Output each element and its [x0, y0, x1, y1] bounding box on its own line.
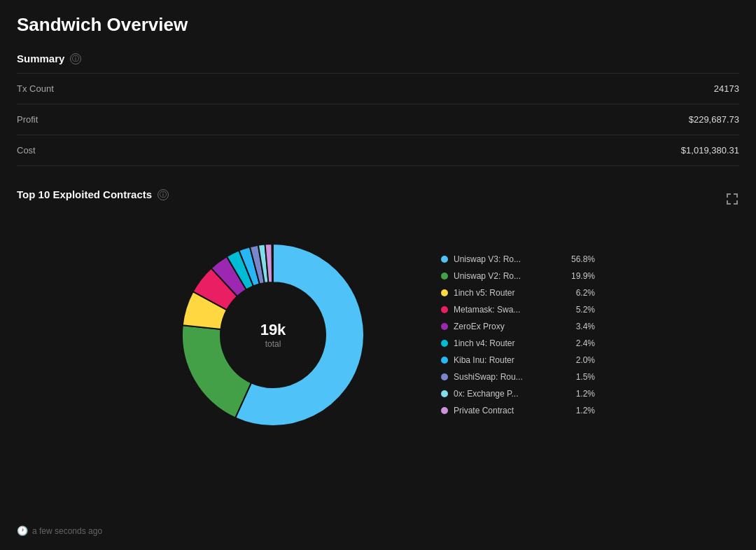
row-value: 24173: [714, 83, 739, 94]
legend-dot: [441, 357, 448, 364]
legend-pct: 6.2%: [576, 288, 595, 298]
legend-pct: 2.0%: [576, 355, 595, 365]
legend-name: Private Contract: [454, 406, 570, 415]
row-value: $229,687.73: [689, 114, 739, 125]
svg-rect-7: [736, 200, 738, 205]
legend-dot: [441, 306, 448, 313]
svg-rect-1: [727, 193, 728, 198]
legend-pct: 19.9%: [571, 271, 595, 281]
legend-name: 1inch v5: Router: [454, 288, 570, 298]
legend-pct: 2.4%: [576, 338, 595, 348]
summary-section: Summary ⓘ Tx Count 24173 Profit $229,687…: [17, 53, 739, 166]
legend-dot: [441, 323, 448, 330]
chart-header-left: Top 10 Exploited Contracts ⓘ: [17, 188, 169, 200]
legend-pct: 1.5%: [576, 372, 595, 382]
summary-rows: Tx Count 24173 Profit $229,687.73 Cost $…: [17, 73, 739, 166]
svg-rect-5: [727, 200, 728, 205]
legend-dot: [441, 256, 448, 263]
legend-item: Kiba Inu: Router 2.0%: [441, 355, 595, 365]
legend-item: 0x: Exchange P... 1.2%: [441, 389, 595, 399]
row-label: Cost: [17, 145, 36, 156]
legend-pct: 3.4%: [576, 322, 595, 331]
svg-rect-3: [736, 193, 738, 198]
legend-pct: 1.2%: [576, 406, 595, 415]
legend-item: Metamask: Swa... 5.2%: [441, 305, 595, 315]
legend-item: Uniswap V3: Ro... 56.8%: [441, 254, 595, 264]
summary-row: Profit $229,687.73: [17, 104, 739, 135]
chart-title: Top 10 Exploited Contracts: [17, 188, 152, 200]
legend-pct: 5.2%: [576, 305, 595, 315]
summary-row: Cost $1,019,380.31: [17, 135, 739, 166]
legend-item: Private Contract 1.2%: [441, 406, 595, 415]
legend-name: Metamask: Swa...: [454, 305, 570, 315]
timestamp: a few seconds ago: [32, 526, 102, 536]
summary-title: Summary: [17, 53, 64, 64]
chart-info-icon[interactable]: ⓘ: [158, 189, 169, 200]
footer: 🕐 a few seconds ago: [17, 525, 102, 536]
legend-item: SushiSwap: Rou... 1.5%: [441, 372, 595, 382]
legend-pct: 56.8%: [571, 254, 595, 264]
legend-dot: [441, 390, 448, 397]
legend-dot: [441, 407, 448, 414]
summary-row: Tx Count 24173: [17, 73, 739, 104]
chart-legend: Uniswap V3: Ro... 56.8% Uniswap V2: Ro..…: [441, 254, 595, 415]
donut-chart: 19k total: [161, 223, 385, 447]
chart-section-header: Top 10 Exploited Contracts ⓘ: [17, 188, 739, 209]
legend-name: 0x: Exchange P...: [454, 389, 570, 399]
legend-item: ZeroEx Proxy 3.4%: [441, 322, 595, 331]
summary-header: Summary ⓘ: [17, 53, 739, 64]
chart-container: 19k total Uniswap V3: Ro... 56.8% Uniswa…: [17, 223, 739, 447]
legend-item: 1inch v5: Router 6.2%: [441, 288, 595, 298]
legend-dot: [441, 373, 448, 380]
row-label: Profit: [17, 114, 38, 125]
row-label: Tx Count: [17, 83, 54, 94]
summary-info-icon[interactable]: ⓘ: [70, 53, 81, 64]
legend-name: SushiSwap: Rou...: [454, 372, 570, 382]
clock-icon: 🕐: [17, 525, 28, 536]
page-title: Sandwich Overview: [17, 14, 739, 36]
legend-pct: 1.2%: [576, 389, 595, 399]
row-value: $1,019,380.31: [681, 145, 739, 156]
legend-dot: [441, 289, 448, 296]
legend-name: 1inch v4: Router: [454, 338, 570, 348]
legend-dot: [441, 273, 448, 280]
expand-icon[interactable]: [725, 192, 739, 206]
chart-section: Top 10 Exploited Contracts ⓘ: [17, 188, 739, 447]
legend-name: Uniswap V3: Ro...: [454, 254, 566, 264]
legend-dot: [441, 340, 448, 347]
legend-name: Kiba Inu: Router: [454, 355, 570, 365]
legend-name: Uniswap V2: Ro...: [454, 271, 566, 281]
legend-item: 1inch v4: Router 2.4%: [441, 338, 595, 348]
legend-item: Uniswap V2: Ro... 19.9%: [441, 271, 595, 281]
legend-name: ZeroEx Proxy: [454, 322, 570, 331]
